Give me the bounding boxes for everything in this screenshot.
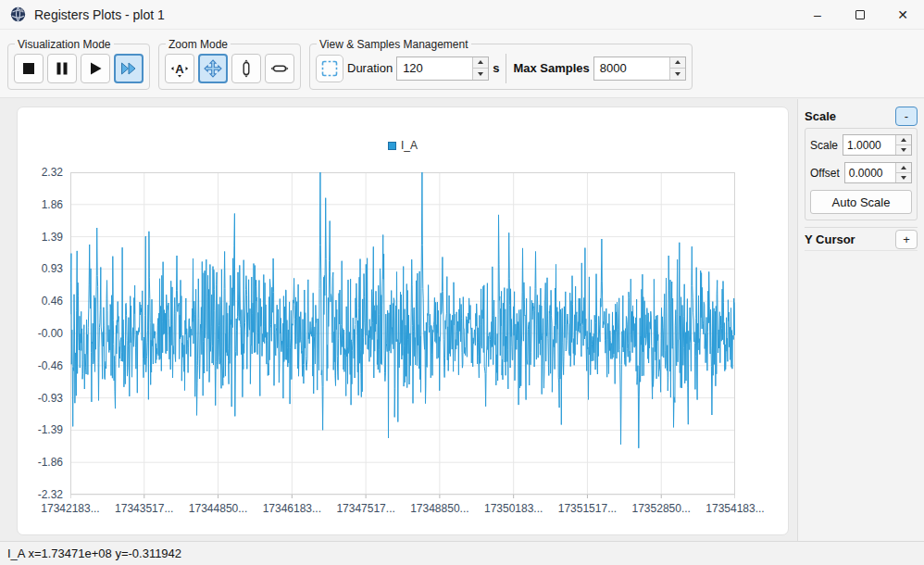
minimize-button[interactable]: – [796,0,839,29]
scale-section-title: Scale [805,109,836,123]
y-cursor-title: Y Cursor [805,232,855,246]
fit-view-icon [320,59,339,78]
x-tick-label: 17352850... [619,501,703,516]
fast-forward-button[interactable] [114,54,144,83]
x-tick-label: 17350183... [472,501,556,516]
fast-forward-icon [119,59,138,78]
y-tick-label: 0.93 [18,261,63,276]
y-tick-label: -2.32 [18,487,63,502]
x-tick-label: 17346183... [250,501,333,516]
x-tick-label: 17351517... [545,501,629,516]
y-tick-label: 1.86 [18,197,63,212]
x-tick-label: 17343517... [103,501,186,516]
group-title: Zoom Mode [166,38,231,51]
max-samples-label: Max Samples [513,61,589,75]
window-controls: – ✕ [796,0,924,29]
stop-icon [19,59,38,78]
offset-label: Offset [810,167,840,180]
max-samples-value[interactable]: 8000 [594,57,669,80]
max-samples-spin-down[interactable] [670,68,685,80]
chart-area: I_A 2.321.861.390.930.46-0.00-0.46-0.93-… [0,99,797,541]
y-tick-label: -1.86 [18,455,63,470]
group-zoom-mode: Zoom Mode A [158,38,301,90]
y-cursor-section-header: Y Cursor + [805,227,918,251]
play-button[interactable] [81,54,110,83]
scale-collapse-button[interactable]: - [895,107,918,126]
x-tick-label: 17347517... [324,501,407,516]
close-button[interactable]: ✕ [881,0,924,29]
y-tick-label: -0.93 [18,391,63,406]
duration-spin-arrows [472,57,488,80]
x-tick-label: 17348850... [398,501,481,516]
cursor-readout: I_A x=1.73471e+08 y=-0.311942 [7,546,181,560]
max-samples-spin-arrows [669,57,685,80]
offset-value[interactable]: 0.0000 [845,163,895,182]
zoom-vertical-button[interactable] [231,54,261,83]
window-title: Registers Plots - plot 1 [34,7,165,22]
max-samples-spinbox[interactable]: 8000 [593,56,686,81]
fit-view-button[interactable] [316,55,343,82]
y-cursor-expand-button[interactable]: + [895,230,918,249]
offset-spinbox[interactable]: 0.0000 [844,162,912,183]
offset-spin-down[interactable] [896,172,911,182]
status-bar: I_A x=1.73471e+08 y=-0.311942 [0,541,924,565]
maximize-button[interactable] [839,0,881,29]
auto-scale-button[interactable]: Auto Scale [810,190,912,214]
plot-canvas[interactable] [70,172,735,502]
maximize-icon [855,10,865,19]
zoom-horizontal-button[interactable] [265,54,294,83]
y-tick-label: -1.39 [18,422,63,437]
play-icon [86,59,105,78]
scale-spinbox[interactable]: 1.0000 [843,134,912,156]
legend-label: I_A [401,139,418,152]
stop-button[interactable] [14,54,44,83]
y-tick-label: 1.39 [18,230,63,245]
y-tick-label: -0.46 [18,358,63,373]
chart-panel: I_A 2.321.861.390.930.46-0.00-0.46-0.93-… [17,107,789,535]
group-title: Visualization Mode [15,38,114,51]
legend-swatch-I_A [388,142,396,150]
svg-text:A: A [175,61,184,75]
y-tick-label: 2.32 [18,165,63,180]
toolbar: Visualization Mode Zo [0,30,924,98]
group-title: View & Samples Management [317,38,471,51]
scale-label: Scale [810,139,838,152]
y-tick-label: 0.46 [18,294,63,308]
auto-fit-icon: A [170,59,189,78]
scale-section-header: Scale - [805,104,918,128]
x-tick-label: 17344850... [177,501,260,516]
main-area: I_A 2.321.861.390.930.46-0.00-0.46-0.93-… [0,99,924,541]
max-samples-spin-up[interactable] [670,57,685,69]
scale-section-body: Scale 1.0000 Offset 0.0000 [805,128,918,220]
app-icon [10,6,26,22]
duration-label: Duration [347,61,393,75]
duration-spinbox[interactable]: 120 [396,56,489,81]
scale-spin-up[interactable] [896,135,911,144]
pan-move-icon [204,59,222,78]
x-tick-label: 17354183... [693,501,777,516]
x-tick-label: 17342183... [29,501,112,516]
horizontal-zoom-icon [270,59,289,78]
group-visualization-mode: Visualization Mode [7,38,150,90]
series-I_A [70,172,735,448]
chart-legend[interactable]: I_A [70,139,735,152]
toolbar-separator [506,54,506,83]
zoom-auto-fit-button[interactable]: A [165,54,194,83]
duration-unit-label: s [493,61,499,75]
right-sidebar: Scale - Scale 1.0000 Offset 0.0000 [797,99,924,541]
title-bar[interactable]: Registers Plots - plot 1 – ✕ [0,0,924,30]
scale-spin-down[interactable] [896,144,911,155]
pause-button[interactable] [47,54,77,83]
duration-spin-up[interactable] [473,57,488,69]
pan-mode-button[interactable] [198,54,228,83]
offset-spin-up[interactable] [896,163,911,172]
duration-spin-down[interactable] [473,68,488,80]
scale-value[interactable]: 1.0000 [843,135,895,155]
group-view-samples: View & Samples Management Duration 120 [309,38,693,90]
y-tick-label: -0.00 [18,326,63,341]
duration-value[interactable]: 120 [397,57,472,80]
pause-icon [53,59,71,78]
vertical-zoom-icon [237,59,256,78]
